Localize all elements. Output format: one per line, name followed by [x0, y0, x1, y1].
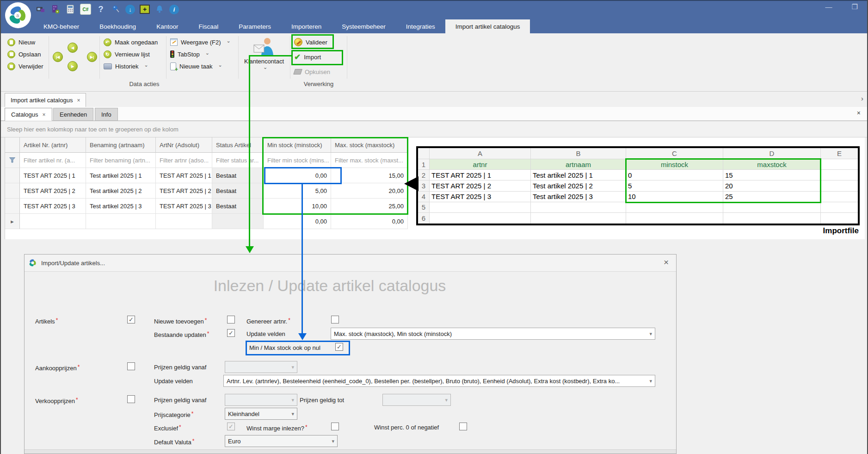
nav-next-button[interactable]: ▶: [68, 61, 78, 71]
filter-adsolut[interactable]: Filter artnr (adso...: [156, 153, 212, 168]
menu-boekhouding[interactable]: Boekhouding: [89, 19, 146, 33]
nav-first-button[interactable]: |◀: [53, 52, 63, 62]
verwijder-button[interactable]: Verwijder: [7, 61, 43, 71]
cards-icon[interactable]: [36, 4, 46, 14]
label-min-max-nul: Min / Max stock ook op nul: [249, 344, 320, 351]
filter-funnel-icon[interactable]: [5, 153, 20, 168]
cell-maxstock-3[interactable]: 25,00: [331, 199, 408, 214]
tab-info[interactable]: Info: [95, 108, 118, 121]
menu-parameters[interactable]: Parameters: [228, 19, 281, 33]
help-icon[interactable]: ?: [96, 4, 106, 14]
column-header-artnr[interactable]: Artikel Nr. (artnr): [20, 137, 86, 153]
dialog-title-bar[interactable]: Import/Update artikels... ×: [25, 255, 676, 272]
klantencontact-button[interactable]: Klantencontact: [239, 37, 289, 72]
cell-minstock-2[interactable]: 5,00: [264, 183, 331, 199]
minimize-button[interactable]: —: [825, 3, 832, 11]
cell-artnaam-1[interactable]: Test artikel 2025 | 1: [86, 168, 156, 183]
cell-maxstock-2[interactable]: 20,00: [331, 183, 408, 199]
historiek-button[interactable]: Historiek: [104, 61, 148, 71]
menu-importeren[interactable]: Importeren: [281, 19, 332, 33]
nieuwe-taak-button[interactable]: Nieuwe taak: [170, 61, 222, 71]
close-tab-icon[interactable]: ×: [77, 97, 80, 104]
dialog-close-icon[interactable]: ×: [664, 257, 669, 267]
weergave-button[interactable]: Weergave (F2): [170, 37, 231, 47]
new-row-maxstock[interactable]: 0,00: [331, 214, 408, 229]
cell-adsolut-3[interactable]: TEST ART 2025 | 3: [156, 199, 212, 214]
menu-import-artikel-catalogus[interactable]: Import artikel catalogus: [445, 19, 530, 33]
menu-fiscaal[interactable]: Fiscaal: [188, 19, 228, 33]
add-panel-icon[interactable]: +: [140, 5, 150, 14]
checkbox-genereer-artnr[interactable]: [331, 316, 339, 323]
cell-artnr-2[interactable]: TEST ART 2025 | 2: [20, 183, 86, 199]
csharp-icon[interactable]: C#: [80, 4, 91, 15]
dropdown-prijzen-geldig-vanaf-aankoop[interactable]: [225, 361, 297, 373]
menu-kantoor[interactable]: Kantoor: [146, 19, 188, 33]
filter-artnr[interactable]: Filter artikel nr. (a...: [20, 153, 86, 168]
dropdown-update-velden-artikel[interactable]: Max. stock (maxstock), Min stock (minsto…: [331, 328, 655, 340]
dropdown-prijscategorie[interactable]: Kleinhandel: [225, 408, 297, 420]
download-icon[interactable]: ↓: [125, 5, 135, 14]
vernieuw-lijst-button[interactable]: ↻ Vernieuw lijst: [104, 49, 150, 59]
checkbox-nieuwe-toevoegen[interactable]: [227, 316, 235, 323]
valideer-button[interactable]: Valideer: [294, 37, 327, 47]
opslaan-button[interactable]: Opslaan: [7, 49, 41, 59]
cell-minstock-3[interactable]: 10,00: [264, 199, 331, 214]
tab-import-artikel-catalogus[interactable]: Import artikel catalogus ×: [5, 93, 86, 107]
dropdown-prijzen-geldig-vanaf-verkoop[interactable]: [225, 394, 297, 406]
dropdown-prijzen-geldig-tot[interactable]: [382, 394, 451, 406]
tab-catalogus[interactable]: Catalogus ×: [5, 108, 52, 121]
cell-minstock-1[interactable]: 0,00: [264, 168, 331, 183]
checkbox-verkoopprijzen[interactable]: [127, 395, 135, 403]
cell-adsolut-2[interactable]: TEST ART 2025 | 2: [156, 183, 212, 199]
checkbox-artikels[interactable]: [127, 316, 135, 323]
building-gear-icon[interactable]: [50, 4, 61, 14]
column-header-artnaam[interactable]: Benaming (artnaam): [86, 137, 156, 153]
filter-status[interactable]: Filter status ar...: [212, 153, 264, 168]
cell-status-1: Bestaat: [212, 168, 264, 183]
app-logo[interactable]: a: [5, 2, 31, 28]
checkbox-aankoopprijzen[interactable]: [127, 362, 135, 370]
filter-minstock[interactable]: Filter min stock (mins...: [264, 153, 331, 168]
checkbox-winst-marge[interactable]: [331, 423, 339, 430]
restore-button[interactable]: ❐: [852, 3, 858, 11]
tab-scroll-chevron[interactable]: ›: [861, 94, 863, 102]
new-row-minstock[interactable]: 0,00: [264, 214, 331, 229]
import-button[interactable]: ✔ Import: [294, 52, 321, 62]
new-row-marker: ▸: [5, 214, 20, 229]
cell-artnaam-2[interactable]: Test artikel 2025 | 2: [86, 183, 156, 199]
group-by-panel[interactable]: Sleep hier een kolomkop naar toe om te g…: [1, 121, 867, 137]
menu-systeembeheer[interactable]: Systeembeheer: [332, 19, 396, 33]
column-header-adsolut[interactable]: ArtNr (Adsolut): [156, 137, 212, 153]
close-tabgroup-icon[interactable]: ×: [857, 109, 861, 117]
checkbox-bestaande-updaten[interactable]: [227, 329, 235, 337]
pushpin-icon[interactable]: [111, 4, 121, 14]
bell-icon[interactable]: [154, 4, 165, 14]
nav-last-button[interactable]: ▶|: [87, 52, 97, 62]
cell-artnaam-3[interactable]: Test artikel 2025 | 3: [86, 199, 156, 214]
nieuw-button[interactable]: Nieuw: [7, 37, 35, 47]
nav-previous-button[interactable]: ◀: [68, 43, 78, 53]
checkbox-min-max-nul[interactable]: [335, 343, 343, 351]
cell-adsolut-1[interactable]: TEST ART 2025 | 1: [156, 168, 212, 183]
maak-ongedaan-button[interactable]: ↶ Maak ongedaan: [104, 37, 158, 47]
filter-artnaam[interactable]: Filter benaming (artn...: [86, 153, 156, 168]
column-header-maxstock[interactable]: Max. stock (maxstock): [331, 137, 408, 153]
calculator-icon[interactable]: [65, 4, 75, 14]
checkbox-winst-perc[interactable]: [459, 423, 467, 430]
dropdown-default-valuta[interactable]: Euro: [225, 435, 338, 447]
close-subtab-icon[interactable]: ×: [43, 112, 46, 118]
filter-maxstock[interactable]: Filter max. stock (maxst...: [331, 153, 408, 168]
cell-maxstock-1[interactable]: 15,00: [331, 168, 408, 183]
info-icon[interactable]: i: [169, 5, 179, 14]
cell-artnr-3[interactable]: TEST ART 2025 | 3: [20, 199, 86, 214]
tab-eenheden[interactable]: Eenheden: [53, 108, 93, 121]
menu-kmo-beheer[interactable]: KMO-beheer: [33, 19, 89, 33]
opkuisen-button[interactable]: Opkuisen: [294, 67, 330, 77]
menu-integraties[interactable]: Integraties: [396, 19, 445, 33]
cell-artnr-1[interactable]: TEST ART 2025 | 1: [20, 168, 86, 183]
dropdown-update-velden-aankoop[interactable]: Artnr. Lev. (artnrlev), Besteleenheid (e…: [223, 375, 655, 387]
column-header-status[interactable]: Status Artikel: [212, 137, 264, 153]
tabstop-button[interactable]: TabStop: [170, 49, 209, 59]
main-menu: KMO-beheer Boekhouding Kantoor Fiscaal P…: [33, 19, 867, 33]
column-header-minstock[interactable]: Min stock (minstock): [264, 137, 331, 153]
